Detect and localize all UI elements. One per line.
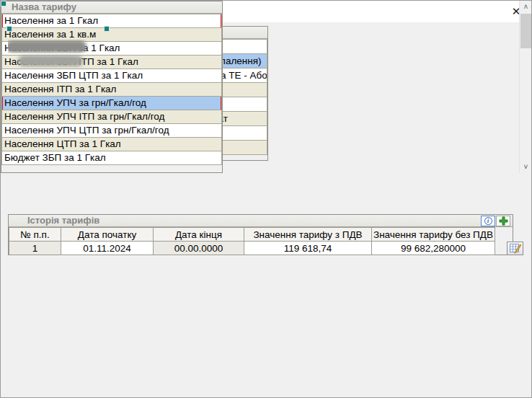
info-button[interactable]: і [481, 216, 495, 226]
scrollbar-thumb[interactable] [520, 14, 531, 48]
city-list-item[interactable]: м. [7, 39, 90, 54]
panel-corner-icon [1, 1, 6, 6]
tariff-list-item[interactable]: Населення за 1 Гкал [1, 14, 222, 28]
history-column-header: Дата початку [61, 228, 154, 242]
tariff-panel: Назва тарифу Населення за 1 Гкал Населен… [1, 1, 235, 173]
tariff-item-label: Населення за 1 кв.м [4, 29, 96, 40]
tariff-item-label: Населення ІТП за 1 Гкал [4, 84, 116, 94]
history-data-row[interactable]: 1 01.11.2024 00.00.0000 119 618,74 99 68… [9, 242, 495, 255]
history-column-header: Значення тарифу з ПДВ [244, 228, 372, 242]
tariff-list-item[interactable]: Населення УПЧ за грн/Гкал/год [1, 96, 222, 110]
tariff-item-label: Населення УПЧ ЦТП за грн/Гкал/год [4, 125, 169, 136]
scroll-up-arrow-icon[interactable]: ˄ [520, 1, 532, 13]
tariff-item-label: Населення ЦТП за 1 Гкал [4, 138, 121, 149]
history-cell-value-with-vat: 119 618,74 [244, 242, 372, 255]
history-panel: Історія тарифів і № п.п.Дата початкуДата… [8, 214, 513, 255]
history-cell-num: 1 [9, 242, 61, 255]
plus-icon [499, 216, 508, 226]
history-table: № п.п.Дата початкуДата кінцяЗначення тар… [9, 227, 495, 255]
history-column-header: Значення тарифу без ПДВ [372, 228, 495, 242]
tariff-list-item[interactable]: Населення ЦТП за 1 Гкал [1, 137, 222, 151]
tariff-list: Населення за 1 Гкал Населення за 1 кв.м … [1, 14, 222, 165]
redacted-city-name [7, 40, 87, 53]
tariff-panel-header: Назва тарифу [1, 1, 222, 14]
history-panel-header: Історія тарифів [9, 215, 513, 227]
history-cell-start-date: 01.11.2024 [61, 242, 154, 255]
history-body: 1 01.11.2024 00.00.0000 119 618,74 99 68… [9, 242, 495, 255]
info-icon: і [484, 217, 492, 225]
tariff-item-label: Населення ЗБП ЦТП за 1 Гкал [4, 70, 143, 81]
tariff-item-label: Населення за 1 Гкал [4, 15, 98, 26]
history-column-header: Дата кінця [154, 228, 244, 242]
history-toolbar: і [481, 215, 510, 226]
panel-corner-icon [6, 26, 12, 32]
tariff-list-item[interactable]: Населення УПЧ ЦТП за грн/Гкал/год [1, 123, 222, 138]
scroll-down-arrow-icon[interactable]: ˅ [520, 161, 532, 173]
history-cell-value-without-vat: 99 682,280000 [372, 242, 495, 255]
edit-row-button[interactable] [507, 242, 523, 255]
tariff-list-box: Назва тарифу Населення за 1 Гкал Населен… [1, 1, 223, 173]
tariff-scrollbar[interactable]: ˄ ˅ [519, 1, 531, 173]
tariff-item-label: Бюджет ЗБП за 1 Гкал [4, 152, 106, 163]
history-header-row: № п.п.Дата початкуДата кінцяЗначення тар… [9, 228, 495, 242]
tariff-list-item[interactable]: Населення УПЧ ІТП за грн/Гкал/год [1, 110, 222, 124]
tariff-list-item[interactable]: Населення ЗБП ЦТП за 1 Гкал [1, 68, 222, 83]
redacted-city-name [18, 56, 83, 66]
panel-corner-icon [104, 26, 110, 32]
tariff-item-label: Населення УПЧ за грн/Гкал/год [4, 97, 146, 108]
tariff-list-item[interactable]: Бюджет ЗБП за 1 Гкал [1, 151, 222, 165]
history-column-header: № п.п. [9, 228, 61, 242]
tariff-list-item[interactable]: Населення ІТП за 1 Гкал [1, 82, 222, 97]
history-cell-end-date: 00.00.0000 [154, 242, 244, 255]
tariff-list-item[interactable]: Населення за 1 кв.м [1, 27, 222, 42]
add-row-button[interactable] [496, 216, 510, 226]
edit-icon [510, 244, 521, 254]
tariff-item-label: Населення УПЧ ІТП за грн/Гкал/год [4, 111, 164, 122]
